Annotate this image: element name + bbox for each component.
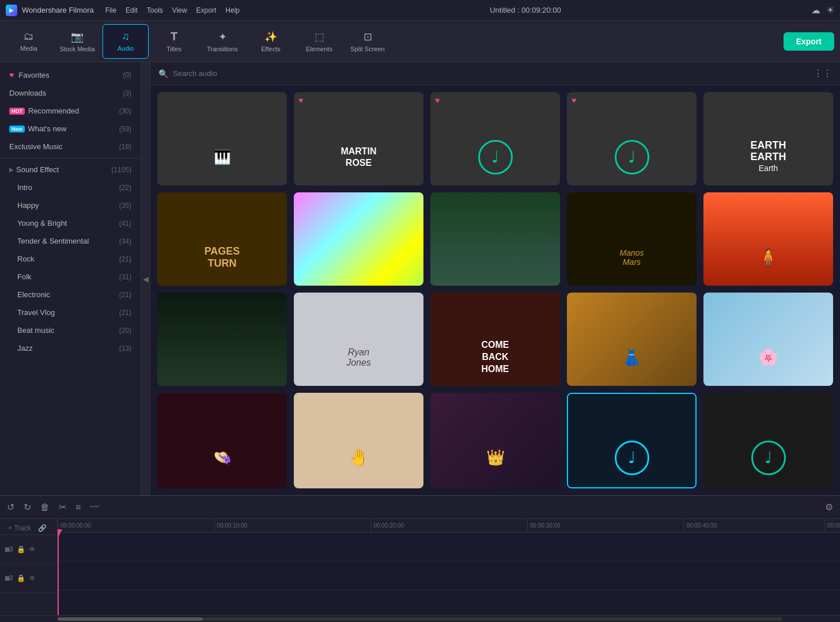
audio-thumb-red-echoes: 🧍 ⬇ [703,192,833,286]
menu-view[interactable]: View [172,6,187,14]
sidebar: ♥ Favorites (0) Downloads (3) HOT Recomm… [0,62,141,495]
sidebar-item-tender[interactable]: Tender & Sentimental (34) [0,232,141,250]
brightness-icon[interactable]: ☀ [826,5,834,16]
add-track-button[interactable]: + Track [5,523,35,533]
track-3-lock-icon[interactable]: 🔒 [17,545,25,553]
sidebar-item-young-bright[interactable]: Young & Bright (41) [0,214,141,232]
tender-count: (34) [119,237,131,245]
grid-view-icon[interactable]: ⋮⋮ [813,68,832,79]
sidebar-item-happy[interactable]: Happy (35) [0,196,141,214]
beat-music-count: (20) [119,327,131,335]
titlebar-actions: ☁ ☀ [811,5,834,16]
beat-music-label: Beat music [17,326,117,335]
link-button[interactable]: 🔗 [35,523,50,533]
audio-card-cacoun[interactable]: 🤚 ⬇ Cacoun [294,393,423,488]
delete-button[interactable]: 🗑 [40,502,50,513]
search-input[interactable] [173,69,809,78]
audio-card-boy-got-style[interactable]: 👗 ⬇ Boy got style [567,293,697,386]
sidebar-item-travel-vlog[interactable]: Travel Vlog (21) [0,304,141,321]
audio-card-manos-mars[interactable]: ManosMars ⬇ Manos Mars - The Tunning [567,192,697,286]
cloud-icon[interactable]: ☁ [811,5,820,16]
menu-tools[interactable]: Tools [147,6,163,14]
sidebar-item-beat-music[interactable]: Beat music (20) [0,321,141,339]
audio-card-perfect-muse[interactable]: ⬇ Perfect Muse - Black Gol... [294,192,423,286]
toolbar-effects[interactable]: ✨ Effects [248,24,294,59]
audio-card-video-game-jump[interactable]: ♩ ⬇ Video Game Jump [703,393,833,488]
electronic-count: (21) [119,291,131,299]
audio-card-catwalk-queen[interactable]: 👑 ⬇ Catwalk queen [430,393,560,488]
audio-card-around-corner[interactable]: 👒 ⬇ Around The Corner [157,393,287,488]
intro-count: (22) [119,184,131,192]
audio-card-earth[interactable]: EARTHEARTHEarth ⬇ Earth - The Rhythm Of … [703,92,833,185]
ruler-mark-2: 00:00:20:00 [370,519,404,532]
audio-card-page-turn[interactable]: ♩ Page Turn [567,393,697,488]
toolbar-audio[interactable]: ♫ Audio [103,24,149,59]
favorites-count: (0) [123,71,131,79]
titles-label: Titles [167,45,181,52]
travel-vlog-label: Travel Vlog [17,308,117,317]
track-3-eye-icon[interactable]: 👁 [29,545,36,553]
sidebar-item-rock[interactable]: Rock (21) [0,250,141,268]
toolbar-stock-media[interactable]: 📷 Stock Media [54,24,100,59]
bottom-scrollbar[interactable] [0,615,840,622]
audio-card-a-story[interactable]: 🎹 ⬇ A Story [157,92,287,185]
audio-card-low-tree[interactable]: COMEBACKHOME ⬇ Low Tree - Come Back H... [430,293,560,386]
cut-button[interactable]: ✂ [59,502,66,513]
happy-count: (35) [119,202,131,210]
menu-edit[interactable]: Edit [126,6,138,14]
audio-card-garret2[interactable]: ⬇ Garret Bevins - Infinite - ... [157,293,287,386]
toolbar-split-screen[interactable]: ⊡ Split Screen [345,24,391,59]
menu-export[interactable]: Export [196,6,217,14]
audio-thumb-perfect-muse: ⬇ [294,192,423,286]
sidebar-item-jazz[interactable]: Jazz (13) [0,339,141,357]
favorites-label: Favorites [18,71,120,79]
toolbar-elements[interactable]: ⬚ Elements [296,24,342,59]
track-2-lock-icon[interactable]: 🔒 [17,574,25,582]
sidebar-item-intro[interactable]: Intro (22) [0,179,141,196]
toolbar-titles[interactable]: T Titles [151,24,197,59]
waveform-button[interactable]: 〰 [90,502,99,513]
search-bar: 🔍 ⋮⋮ [150,62,840,85]
ruler-mark-0: 00:00:00:00 [58,519,91,532]
sidebar-item-downloads[interactable]: Downloads (3) [0,84,141,102]
sidebar-item-whats-new[interactable]: New What's new (59) [0,120,141,138]
sidebar-item-favorites[interactable]: ♥ Favorites (0) [0,66,141,84]
jazz-count: (13) [119,344,131,352]
timeline-track-labels: + Track 🔗 ▦3 🔒 👁 ▦2 🔒 👁 [0,519,58,615]
toolbar-transitions[interactable]: ✦ Transitions [199,24,245,59]
track-2-eye-icon[interactable]: 👁 [29,574,36,582]
whats-new-count: (59) [119,125,131,133]
menu-help[interactable]: Help [225,6,240,14]
media-label: Media [20,45,37,52]
sidebar-item-sound-effect[interactable]: ▶ Sound Effect (1105) [0,161,141,179]
music-disc-video-game: ♩ [751,441,786,475]
sidebar-item-exclusive[interactable]: Exclusive Music (19) [0,138,141,156]
stock-label: Stock Media [60,45,95,52]
jazz-label: Jazz [17,344,117,352]
playhead[interactable] [58,533,59,615]
audio-card-ryan-jones[interactable]: RyanJones ⬇ Ryan Jones - Blink [294,293,423,386]
young-bright-label: Young & Bright [17,219,117,227]
export-button[interactable]: Export [784,32,834,51]
audio-card-martin-rose[interactable]: ♥ MARTINROSE ⬇ Martin Rose - Riding On [294,92,423,185]
redo-button[interactable]: ↻ [24,502,31,513]
audio-thumb-video-game-jump: ♩ ⬇ [703,393,833,488]
menu-file[interactable]: File [105,6,116,14]
audio-card-action-hero[interactable]: ♥ ♩ ⬇ Action Hero Anthem [430,92,560,185]
toolbar-media[interactable]: 🗂 Media [6,24,52,59]
sidebar-item-recommended[interactable]: HOT Recommended (30) [0,102,141,120]
sidebar-item-folk[interactable]: Folk (31) [0,268,141,286]
bottom-scroll-thumb[interactable] [58,617,203,621]
audio-card-summer-time[interactable]: 🌸 ⬇ Summer Time [703,293,833,386]
sidebar-item-electronic[interactable]: Electronic (21) [0,286,141,304]
timeline-settings-button[interactable]: ⚙ [825,502,833,513]
sidebar-collapse-arrow[interactable]: ◀ [141,62,150,495]
audio-card-drift[interactable]: PAGESTURN ⬇ Drift - Pages Turn [157,192,287,286]
audio-card-garret1[interactable]: ⬇ Garret Bevins - Infinite - ... [430,192,560,286]
track-label-2: ▦2 🔒 👁 [0,564,57,593]
audio-settings-button[interactable]: ≡ [75,502,81,513]
audio-card-intro-bass[interactable]: ♥ ♩ ⬇ Intro Bass [567,92,697,185]
audio-card-red-echoes[interactable]: 🧍 ⬇ Red Echoes - The Last P... [703,192,833,286]
undo-button[interactable]: ↺ [7,502,14,513]
search-icon: 🔍 [158,69,168,78]
